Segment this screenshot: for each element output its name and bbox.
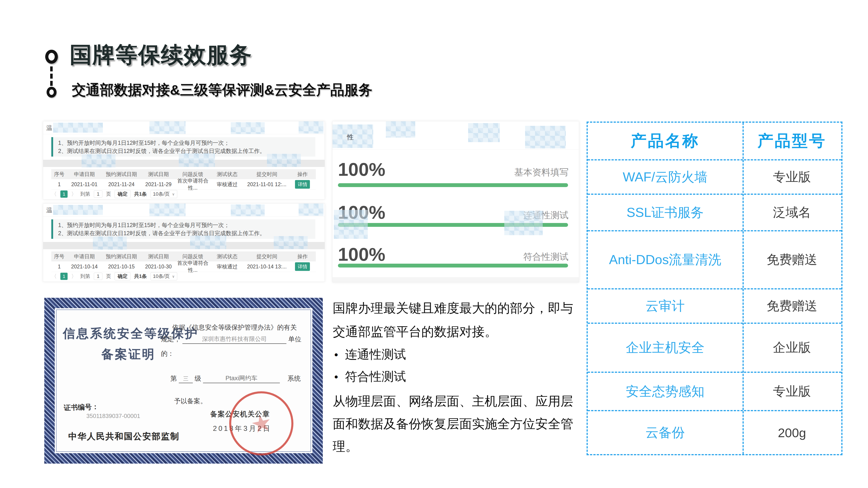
certificate-title-line2: 备案证明 (101, 346, 156, 363)
progress-screenshot-panel: 性 100% 基本资料填写 100% 连通性测试 100% 符合性测试 (332, 121, 579, 283)
product-model: 专业版 (743, 373, 841, 410)
description-paragraph-2: 从物理层面、网络层面、主机层面、应用层面和数据及备份恢复层面实施全方位安全管理。 (333, 390, 584, 458)
column-header: 操作 (289, 171, 316, 178)
column-header: 问题反馈 (176, 171, 210, 178)
grade-prefix: 第 (170, 374, 177, 383)
description-bullet-list: ● 连通性测试 ● 符合性测试 (334, 344, 406, 388)
decorative-ring-icon (46, 87, 57, 98)
column-header: 申请日期 (67, 171, 101, 178)
column-header: 测试状态 (210, 253, 244, 260)
system-name: Ptaxi网约车 (203, 374, 280, 383)
table-row: 云审计 免费赠送 (588, 289, 841, 324)
product-model: 泛域名 (743, 195, 841, 230)
cell-reserve-date: 2021-11-24 (101, 182, 141, 188)
product-name: SSL证书服务 (588, 195, 743, 230)
cell-submit-time: 2021-11-01 12:... (244, 182, 289, 188)
cell-no: 1 (51, 182, 67, 188)
table-row: 1 2021-10-14 2021-10-15 2021-10-30 首次申请符… (51, 261, 316, 272)
page-size-value: 10条/页 (153, 273, 170, 280)
records-table: 序号 申请日期 预约测试日期 测试日期 问题反馈 测试状态 提交时间 操作 1 … (51, 169, 316, 190)
certificate-issuer: 中华人民共和国公安部监制 (68, 431, 180, 442)
mosaic-blur-patch (53, 123, 103, 133)
table-row: 1 2021-11-01 2021-11-24 2021-11-29 首次申请符… (51, 179, 316, 190)
column-header: 提交时间 (244, 253, 289, 260)
column-header: 序号 (51, 171, 67, 178)
page-number-button[interactable]: 1 (60, 273, 68, 280)
table-row: 云备份 200g (588, 411, 841, 454)
page-size-select[interactable]: 10条/页 ∨ (151, 190, 177, 198)
goto-page-input[interactable]: 1 (94, 273, 102, 280)
column-header: 预约测试日期 (101, 253, 141, 260)
grade-value: 三 (179, 375, 193, 383)
mosaic-blur-patch (267, 154, 301, 167)
table-row: Anti-DDos流量清洗 免费赠送 (588, 231, 841, 289)
mosaic-blur-patch (149, 121, 186, 134)
product-table-header-row: 产品名称 产品型号 (588, 123, 841, 160)
page-number-button[interactable]: 1 (60, 191, 68, 198)
goto-unit: 页 (106, 273, 111, 280)
masked-panel-title: 温 (46, 124, 52, 132)
mosaic-blur-patch (231, 122, 265, 134)
detail-button[interactable]: 详情 (295, 262, 310, 271)
table-row: SSL证书服务 泛域名 (588, 195, 841, 231)
mosaic-blur-patch (504, 211, 543, 235)
goto-page-input[interactable]: 1 (94, 191, 102, 198)
confirm-button[interactable]: 确定 (115, 272, 130, 281)
column-header: 预约测试日期 (101, 171, 141, 178)
mosaic-blur-patch (93, 236, 127, 250)
product-name: 云备份 (588, 411, 743, 454)
mosaic-blur-patch (468, 123, 500, 142)
product-name: 企业主机安全 (588, 324, 743, 372)
detail-button[interactable]: 详情 (295, 180, 310, 189)
records-table: 序号 申请日期 预约测试日期 测试日期 问题反馈 测试状态 提交时间 操作 1 … (51, 252, 316, 272)
filed-line: 予以备案。 (174, 397, 207, 406)
column-header: 测试状态 (210, 171, 244, 178)
cert-no-value: 35011839037-00001 (86, 413, 140, 420)
bullet-icon: ● (334, 373, 338, 381)
cert-no-label: 证书编号： (64, 402, 99, 413)
cell-no: 1 (51, 264, 67, 270)
list-item: ● 连通性测试 (334, 344, 406, 365)
mosaic-blur-patch (149, 203, 186, 216)
mosaic-blur-patch (274, 236, 308, 249)
divider (333, 149, 579, 150)
notice-line: 1、预约开放时间为每月1日12时至15时，每个企业每月可预约一次； (58, 221, 315, 229)
bullet-text: 符合性测试 (345, 368, 406, 385)
column-header: 问题反馈 (176, 253, 210, 260)
product-name: 云审计 (588, 289, 743, 323)
company-name: 深圳市惠竹科技有限公司 (182, 335, 286, 344)
prev-page-icon[interactable]: 〈 (51, 273, 57, 280)
prev-page-icon[interactable]: 〈 (51, 191, 57, 198)
table-row: 安全态势感知 专业版 (588, 373, 841, 411)
product-name: Anti-DDos流量清洗 (588, 231, 743, 288)
cell-status: 审核通过 (210, 181, 244, 188)
cell-feedback: 首次申请符合性... (176, 260, 210, 273)
table-row: WAF/云防火墙 专业版 (588, 160, 841, 195)
mosaic-blur-patch (231, 204, 265, 216)
column-header: 测试日期 (141, 253, 176, 260)
portal-screenshot-panel-2: 温 1、预约开放时间为每月1日12时至15时，每个企业每月可预约一次； 2、测试… (43, 203, 325, 282)
field-prefix: 规定， (161, 335, 181, 344)
mosaic-blur-patch (82, 154, 116, 167)
portal-screenshot-panel-1: 温 1、预约开放时间为每月1日12时至15时，每个企业每月可预约一次； 2、测试… (43, 121, 325, 199)
progress-bar (338, 264, 568, 267)
next-page-icon[interactable]: 〉 (71, 273, 76, 280)
system-suffix: 系统 (287, 374, 301, 383)
certificate-unit-row: 规定， 深圳市惠竹科技有限公司 单位 (161, 335, 301, 344)
product-table: 产品名称 产品型号 WAF/云防火墙 专业版 SSL证书服务 泛域名 Anti-… (587, 122, 842, 455)
goto-label: 到第 (80, 191, 90, 197)
bullet-icon: ● (334, 351, 338, 358)
next-page-icon[interactable]: 〉 (71, 191, 76, 198)
column-header: 提交时间 (244, 171, 289, 178)
unit-suffix: 单位 (288, 335, 301, 344)
progress-label: 符合性测试 (523, 251, 568, 263)
certificate-grade-row: 第 三 级 Ptaxi网约车 系统 (170, 374, 301, 383)
product-model: 企业版 (743, 324, 841, 372)
confirm-button[interactable]: 确定 (115, 190, 130, 198)
pagination-bar: 〈 1 〉 到第 1 页 确定 共1条 10条/页 ∨ (51, 272, 177, 281)
certificate-basis-line: 依据《信息安全等级保护管理办法》的有关 (172, 323, 297, 332)
notice-line: 1、预约开放时间为每月1日12时至15时，每个企业每月可预约一次； (58, 139, 315, 147)
goto-label: 到第 (80, 273, 90, 280)
page-size-select[interactable]: 10条/页 ∨ (151, 272, 177, 281)
table-row: 企业主机安全 企业版 (588, 324, 841, 373)
